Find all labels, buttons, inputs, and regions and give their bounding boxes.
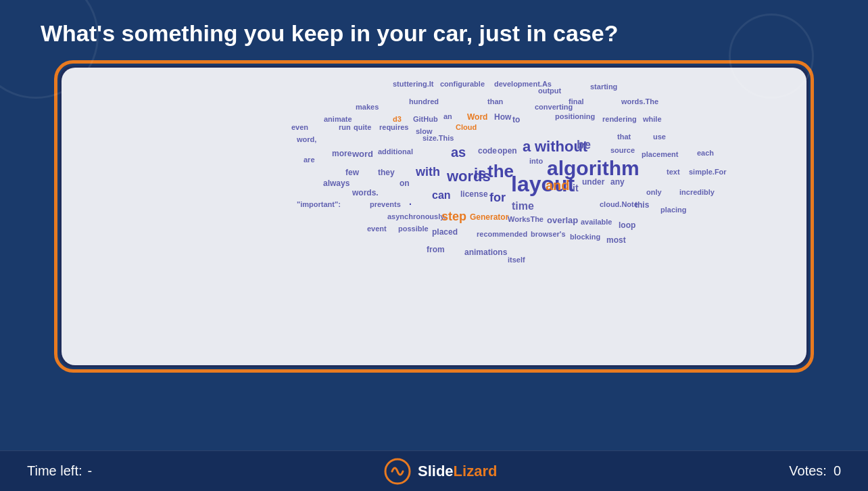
word-item: the: [487, 161, 514, 182]
word-item: overlap: [547, 215, 578, 225]
word-item: final: [569, 97, 584, 106]
word-item: words: [447, 168, 491, 185]
word-item: and: [546, 178, 570, 193]
time-left-label: Time left:: [27, 463, 82, 479]
word-item: any: [610, 177, 625, 187]
word-item: requires: [379, 123, 408, 131]
word-item: while: [643, 115, 662, 123]
logo-lizard: Lizard: [454, 463, 498, 480]
word-item: possible: [398, 225, 429, 233]
word-item: placing: [660, 206, 687, 214]
votes-label: Votes:: [789, 463, 827, 479]
word-item: placed: [432, 227, 458, 237]
word-item: use: [653, 133, 666, 141]
word-item: recommended: [477, 230, 527, 238]
word-item: it: [573, 183, 579, 193]
word-item: license: [460, 189, 488, 199]
logo-slide: Slide: [418, 463, 454, 480]
word-item: with: [416, 165, 440, 179]
logo-icon: [384, 458, 411, 485]
word-item: converting: [535, 103, 573, 111]
word-item: loop: [619, 220, 635, 230]
word-item: additional: [378, 147, 413, 156]
word-item: placement: [642, 150, 678, 158]
word-item: animate: [324, 115, 352, 123]
word-item: GitHub: [413, 115, 438, 123]
word-cloud-inner: stuttering.Itconfigurabledevelopment.Aso…: [62, 68, 806, 365]
word-item: be: [577, 138, 591, 152]
votes: Votes: 0: [789, 463, 841, 479]
word-item: output: [538, 87, 561, 95]
word-item: available: [581, 218, 612, 226]
word-item: run: [339, 123, 351, 131]
word-item: as: [451, 145, 466, 160]
word-item: event: [367, 225, 387, 233]
word-item: WorksThe: [508, 215, 544, 223]
word-item: step: [441, 210, 466, 224]
time-left-value: -: [88, 463, 93, 479]
word-item: to: [512, 115, 520, 124]
word-item: "important":: [297, 200, 341, 208]
word-item: Cloud: [456, 123, 477, 131]
word-item: quite: [354, 123, 371, 131]
word-item: asynchronously,: [387, 212, 446, 220]
word-item: only: [646, 188, 662, 196]
word-item: a: [523, 138, 531, 156]
word-cloud-outer: stuttering.Itconfigurabledevelopment.Aso…: [54, 60, 814, 373]
word-item: stuttering.It: [393, 80, 434, 88]
word-item: animations: [464, 248, 507, 257]
word-item: prevents: [370, 200, 401, 208]
word-item: this: [635, 200, 649, 210]
word-item: configurable: [440, 80, 485, 88]
word-item: Generator: [470, 212, 508, 222]
word-item: incredibly: [679, 188, 715, 196]
word-item: even: [291, 123, 308, 131]
logo-text: SlideLizard: [418, 463, 497, 480]
word-item: than: [487, 97, 503, 106]
word-item: that: [617, 133, 631, 141]
word-item: they: [378, 168, 395, 177]
word-item: code: [478, 146, 497, 156]
word-item: each: [697, 149, 714, 157]
word-item: browser's: [531, 230, 566, 238]
word-item: cloud.Note: [600, 200, 638, 208]
word-item: rendering: [602, 115, 637, 123]
word-item: Word: [467, 112, 487, 122]
word-item: makes: [356, 103, 379, 111]
word-item: few: [345, 168, 359, 177]
word-item: on: [400, 179, 410, 188]
word-item: blocking: [570, 233, 600, 241]
word-item: open: [498, 146, 517, 156]
word-item: into: [529, 157, 543, 165]
logo: SlideLizard: [384, 458, 497, 485]
word-item: time: [512, 200, 534, 212]
word-item: source: [610, 146, 635, 154]
word-item: .: [409, 196, 412, 207]
word-item: itself: [508, 256, 525, 264]
word-item: positioning: [555, 112, 595, 120]
word-item: can: [432, 189, 451, 202]
word-item: an: [443, 112, 452, 120]
word-item: hundred: [409, 97, 439, 106]
word-item: for: [489, 191, 506, 205]
word-item: words.: [352, 188, 379, 197]
votes-value: 0: [834, 463, 841, 479]
time-left: Time left: -: [27, 463, 92, 479]
word-item: always: [323, 179, 349, 188]
word-item: How: [494, 112, 511, 122]
word-item: simple.For: [689, 168, 727, 176]
word-item: d3: [393, 115, 402, 123]
word-item: word: [352, 149, 373, 159]
footer: Time left: - SlideLizard Votes: 0: [0, 450, 868, 491]
word-item: size.This: [423, 134, 454, 142]
word-item: more: [332, 149, 352, 158]
word-item: starting: [590, 83, 617, 91]
word-item: most: [606, 235, 626, 245]
word-item: text: [667, 168, 680, 176]
word-item: are: [304, 156, 315, 164]
word-item: words.The: [621, 97, 658, 106]
question-heading: What's something you keep in your car, j…: [0, 0, 868, 60]
word-item: under: [582, 177, 604, 187]
word-item: word,: [297, 135, 316, 143]
word-item: from: [427, 245, 445, 254]
